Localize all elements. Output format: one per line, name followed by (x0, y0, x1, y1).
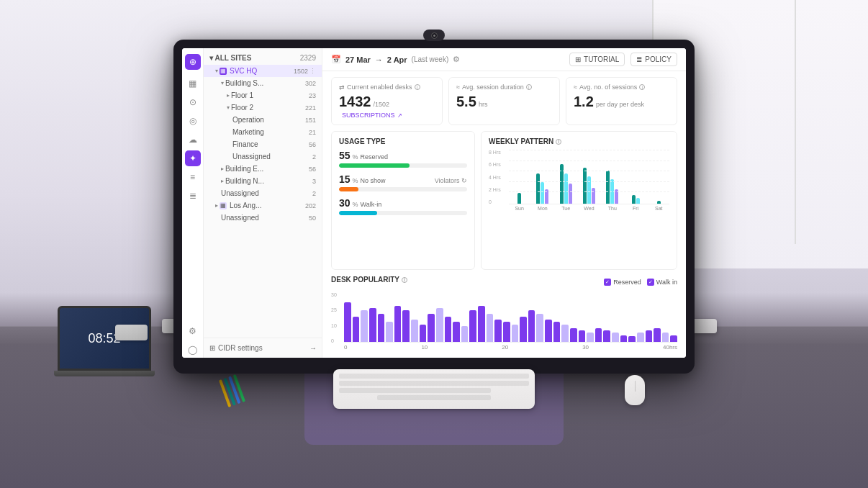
nav-marketing[interactable]: Marketing 21 (204, 126, 322, 138)
sessions-no-info-icon: i (639, 84, 645, 90)
mon-bar-3 (545, 189, 548, 204)
nav-building-s[interactable]: ▾ Building S... 302 (204, 77, 322, 89)
desk-bar-col-15 (469, 310, 476, 342)
unassigned2-label: Unassigned (221, 189, 310, 197)
nav-unassigned3[interactable]: Unassigned 50 (204, 212, 322, 224)
desk-bar-2 (361, 310, 368, 342)
sidebar-icon-people[interactable]: ⊙ (185, 94, 201, 110)
weekly-title-text: WEEKLY PATTERN (489, 137, 553, 145)
desk-bar-28 (579, 330, 586, 342)
nav-svc-hq[interactable]: ▾ ▦ SVC HQ 1502 ⋮ (204, 65, 322, 77)
sidebar-icon-globe[interactable]: ◎ (185, 113, 201, 129)
nav-floor2[interactable]: ▾ Floor 2 221 (204, 101, 322, 114)
sidebar-icon-settings[interactable]: ⚙ (185, 323, 201, 339)
nav-floor1[interactable]: ▸ Floor 1 23 (204, 89, 322, 101)
desk-bar-14 (461, 326, 469, 342)
sidebar-logo[interactable]: ⊕ (185, 54, 201, 70)
y-label-0: 0 (489, 199, 501, 204)
sidebar-icon-building[interactable]: ▦ (185, 76, 201, 91)
desk-bar-8 (411, 320, 418, 342)
nav-operation[interactable]: Operation 151 (204, 114, 322, 126)
weekly-pattern-card: WEEKLY PATTERN i 8 Hrs 6 Hrs 4 Hrs 2 Hrs (481, 131, 677, 270)
x-label-20: 20 (502, 344, 508, 351)
sidebar-icon-light[interactable]: ✦ (185, 150, 201, 166)
policy-button[interactable]: ≣ POLICY (630, 53, 677, 66)
reserved-bar-track (339, 163, 467, 168)
floor2-label: Floor 2 (231, 104, 303, 112)
desk-bar-39 (670, 335, 677, 342)
nav-unassigned2[interactable]: Unassigned 2 (204, 187, 322, 199)
popularity-header: DESK POPULARITY i ✓ Reserved ✓ (331, 276, 677, 288)
walk-in-label: Walk-in (361, 201, 382, 208)
legend-walk-in: ✓ Walk in (647, 279, 677, 286)
monitor-bezel: ⊕ ▦ ⊙ ◎ ☁ ✦ ≡ ≣ ⚙ ◯ ▾ ALL SITES 2329 (173, 40, 695, 374)
svc-hq-count: 1502 (294, 68, 308, 75)
operation-count: 151 (305, 117, 316, 124)
floor1-count: 23 (309, 92, 316, 99)
nav-finance[interactable]: Finance 56 (204, 138, 322, 150)
nav-building-n[interactable]: ▸ Building N... 3 (204, 175, 322, 187)
sidebar-icon-menu[interactable]: ≡ (185, 169, 201, 185)
monitor-screen: ⊕ ▦ ⊙ ◎ ☁ ✦ ≡ ≣ ⚙ ◯ ▾ ALL SITES 2329 (182, 48, 686, 358)
x-label-30: 30 (582, 344, 589, 351)
stat-session: ≈ Avg. session duration i 5.5 hrs (448, 77, 560, 125)
phone (115, 325, 148, 340)
desk-bar-30 (595, 328, 602, 342)
violators-link[interactable]: Violators ↻ (435, 177, 467, 184)
desk-bar-col-23 (536, 314, 543, 342)
date-from: 27 Mar (345, 55, 371, 64)
reserved-row: 55 % Reserved (339, 150, 467, 168)
thu-bar-1 (606, 171, 610, 204)
no-show-row: 15 % No show Violators ↻ (339, 173, 467, 191)
popularity-title: DESK POPULARITY i (331, 276, 407, 284)
sidebar-icon-book[interactable]: ≣ (185, 188, 201, 204)
no-show-bar-track (339, 187, 467, 191)
weekly-day-mon (532, 173, 553, 204)
no-show-bar-fill (339, 187, 358, 191)
tutorial-button[interactable]: ⊞ TUTORIAL (569, 53, 625, 66)
mon-bar-2 (541, 182, 544, 204)
popularity-section: DESK POPULARITY i ✓ Reserved ✓ (322, 276, 686, 358)
desk-bar-col-6 (394, 306, 402, 342)
legend: ✓ Reserved ✓ Walk in (604, 279, 677, 286)
popularity-info-icon: i (402, 277, 407, 283)
sun-bar-1 (517, 193, 521, 204)
building-s-count: 302 (305, 80, 316, 87)
desk-bar-col-18 (494, 320, 502, 342)
sidebar-icon-cloud[interactable]: ☁ (185, 132, 201, 148)
legend-walkin-label: Walk in (656, 279, 677, 286)
building-e-label: Building E... (225, 165, 307, 173)
desk-bar-col-14 (461, 326, 469, 342)
thu-bar-3 (615, 189, 618, 204)
charts-row: USAGE TYPE 55 % Reserved (322, 131, 686, 276)
sidebar-icons: ⊕ ▦ ⊙ ◎ ☁ ✦ ≡ ≣ ⚙ ◯ (182, 48, 204, 358)
sessions-no-sub: per day per desk (596, 101, 644, 108)
nav-los-ang[interactable]: ▸ ▦ Los Ang... 202 (204, 199, 322, 212)
svc-hq-label: SVC HQ (230, 67, 291, 75)
cidr-settings[interactable]: ⊞ CIDR settings → (204, 338, 322, 358)
desks-sub[interactable]: SUBSCRIPTIONS (342, 112, 395, 119)
desk-bar-col-2 (361, 310, 368, 342)
day-label-sun: Sun (509, 206, 530, 211)
wed-bar-2 (587, 176, 591, 204)
desk-bar-33 (620, 335, 628, 342)
walk-in-bar-track (339, 211, 467, 215)
desk-bar-col-21 (520, 317, 527, 342)
desk-bar-col-11 (436, 308, 443, 342)
y-label-4: 4 Hrs (489, 175, 501, 180)
nav-building-e[interactable]: ▸ Building E... 56 (204, 163, 322, 175)
date-settings-icon[interactable]: ⚙ (453, 55, 460, 64)
sidebar-icon-user[interactable]: ◯ (185, 342, 201, 358)
nav-unassigned1[interactable]: Unassigned 2 (204, 150, 322, 163)
desk-bar-27 (570, 328, 577, 342)
desk-bar-6 (394, 306, 402, 342)
weekly-day-tue (556, 164, 577, 204)
tue-bar-2 (564, 173, 568, 204)
building-e-count: 56 (309, 166, 316, 173)
desk-bar-23 (536, 314, 543, 342)
desk-bar-36 (646, 330, 653, 342)
desk-bar-15 (469, 310, 476, 342)
building-n-label: Building N... (225, 177, 310, 185)
main-content: 📅 27 Mar → 2 Apr (Last week) ⚙ ⊞ TUTORIA… (322, 48, 686, 358)
marketing-count: 21 (309, 129, 316, 136)
